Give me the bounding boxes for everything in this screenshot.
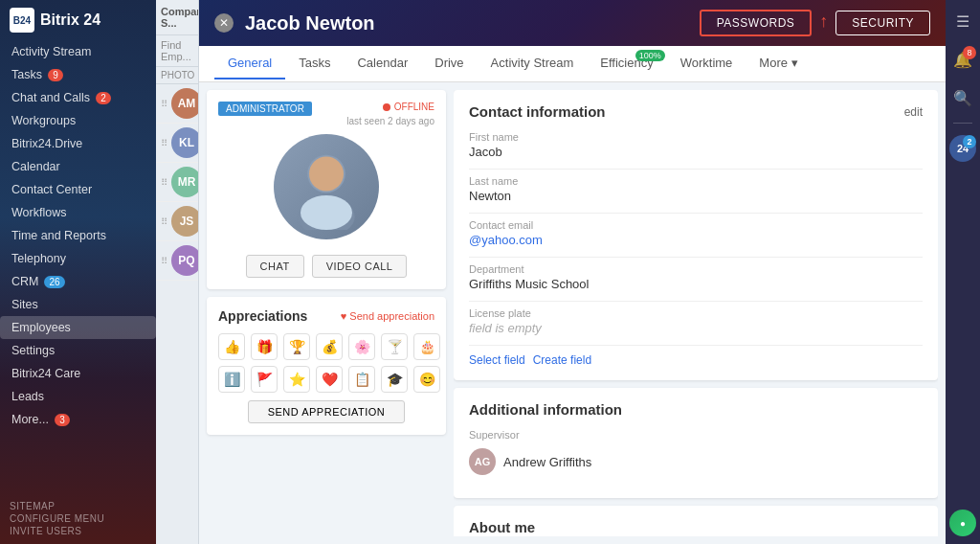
video-call-button[interactable]: VIDEO CALL [312, 255, 408, 278]
svg-point-2 [309, 157, 344, 192]
sidebar-logo[interactable]: B24 Bitrix 24 [0, 0, 156, 40]
field-label: Last name [469, 175, 923, 187]
supervisor-avatar: AG [469, 448, 496, 475]
sidebar-item-workflows[interactable]: Workflows [0, 201, 156, 224]
offline-status: OFFLINE [346, 102, 434, 112]
appreciations-title: Appreciations [218, 308, 307, 324]
field-group: First nameJacob [469, 131, 923, 159]
sidebar-item-calendar[interactable]: Calendar [0, 155, 156, 178]
sidebar-item-label: Tasks [11, 68, 42, 81]
field-value: Jacob [469, 145, 923, 159]
appreciation-icon[interactable]: 😊 [413, 366, 440, 393]
sidebar-item-label: CRM [11, 275, 38, 288]
appreciation-icon[interactable]: 📋 [348, 366, 375, 393]
sidebar-item-workgroups[interactable]: Workgroups [0, 109, 156, 132]
sidebar-item-contact-center[interactable]: Contact Center [0, 178, 156, 201]
appreciation-icon[interactable]: 💰 [316, 333, 343, 360]
passwords-button[interactable]: PASSWORDS [700, 10, 813, 36]
sidebar-logo-text: Bitrix 24 [40, 11, 100, 29]
employee-row[interactable]: ⠿MR [156, 163, 198, 202]
additional-info-title: Additional information [469, 401, 622, 418]
field-actions: Select field Create field [469, 353, 923, 367]
sidebar-item-telephony[interactable]: Telephony [0, 247, 156, 270]
sidebar-menu: Activity StreamTasks9Chat and Calls2Work… [0, 40, 156, 493]
sidebar-item-bitrix24.drive[interactable]: Bitrix24.Drive [0, 132, 156, 155]
sidebar-item-bitrix24-care[interactable]: Bitrix24 Care [0, 362, 156, 385]
sidebar-item-settings[interactable]: Settings [0, 339, 156, 362]
appreciation-icon[interactable]: ❤️ [316, 366, 343, 393]
appreciation-icon[interactable]: 🍸 [381, 333, 408, 360]
employee-avatar: MR [171, 167, 199, 197]
sidebar-item-label: Bitrix24 Care [11, 367, 80, 380]
employee-avatar: PQ [171, 245, 199, 276]
select-field-link[interactable]: Select field [469, 353, 525, 367]
sidebar-bottom-item[interactable]: CONFIGURE MENU [10, 513, 146, 524]
employee-avatar: JS [171, 206, 199, 237]
search-icon[interactable]: 🔍 [949, 84, 976, 111]
tab-drive[interactable]: Drive [421, 48, 477, 79]
tab-more-▾[interactable]: More ▾ [746, 48, 811, 79]
contact-fields: First nameJacobLast nameNewtonContact em… [469, 131, 923, 346]
sidebar-item-label: Telephony [11, 252, 66, 265]
close-button[interactable]: ✕ [214, 13, 234, 33]
sidebar-item-label: Leads [11, 390, 44, 403]
sidebar-item-more...[interactable]: More...3 [0, 408, 156, 431]
send-appreciation-button-area: SEND APPRECIATION [218, 400, 434, 423]
status-dot [383, 103, 390, 111]
field-divider [469, 169, 923, 170]
bell-icon[interactable]: 🔔 8 [949, 46, 976, 73]
appreciation-icons-row: 👍🎁🏆💰🌸🍸🎂 [218, 333, 434, 360]
send-appreciation-button[interactable]: SEND APPRECIATION [248, 400, 406, 423]
appreciation-icon[interactable]: ℹ️ [218, 366, 245, 393]
send-appreciation-link[interactable]: ♥ Send appreciation [341, 310, 434, 322]
create-field-link[interactable]: Create field [533, 353, 591, 367]
sidebar-bottom-item[interactable]: SITEMAP [10, 501, 146, 511]
sidebar-item-tasks[interactable]: Tasks9 [0, 63, 156, 86]
appreciation-icon[interactable]: 🌸 [348, 333, 375, 360]
appreciation-icon[interactable]: 🎂 [413, 333, 440, 360]
sidebar-item-chat-and-calls[interactable]: Chat and Calls2 [0, 86, 156, 109]
tab-efficiency[interactable]: Efficiency100% [587, 48, 666, 79]
sidebar: B24 Bitrix 24 Activity StreamTasks9Chat … [0, 0, 156, 544]
employee-row[interactable]: ⠿PQ [156, 241, 198, 281]
tab-calendar[interactable]: Calendar [344, 48, 421, 79]
sidebar-item-sites[interactable]: Sites [0, 293, 156, 316]
appreciation-icon[interactable]: 👍 [218, 333, 245, 360]
appreciation-icon[interactable]: 🚩 [251, 366, 278, 393]
employee-row[interactable]: ⠿JS [156, 202, 198, 241]
sidebar-item-activity-stream[interactable]: Activity Stream [0, 40, 156, 63]
field-divider [469, 345, 923, 346]
employee-row[interactable]: ⠿AM [156, 84, 198, 124]
field-label: Contact email [469, 219, 923, 231]
sidebar-bottom-item[interactable]: INVITE USERS [10, 526, 146, 536]
field-label: License plate [469, 307, 923, 319]
sidebar-item-employees[interactable]: Employees [0, 316, 156, 339]
field-divider [469, 257, 923, 258]
sidebar-item-label: Time and Reports [11, 229, 106, 242]
appreciation-icon[interactable]: ⭐ [283, 366, 310, 393]
field-label: First name [469, 131, 923, 143]
tab-worktime[interactable]: Worktime [667, 48, 746, 79]
tab-general[interactable]: General [214, 48, 285, 79]
employee-row[interactable]: ⠿KL [156, 124, 198, 163]
tab-activity-stream[interactable]: Activity Stream [478, 48, 588, 79]
tab-tasks[interactable]: Tasks [285, 48, 344, 79]
about-me-header: About me [469, 519, 923, 535]
admin-badge: ADMINISTRATOR [218, 102, 312, 116]
user-avatar-icon[interactable]: ● [949, 510, 976, 536]
offline-text: OFFLINE [394, 102, 434, 112]
appreciation-icon[interactable]: 🎁 [251, 333, 278, 360]
bell-badge: 8 [963, 46, 976, 59]
sidebar-item-time-and-reports[interactable]: Time and Reports [0, 224, 156, 247]
bitrix24-icon[interactable]: 24 2 [949, 135, 976, 162]
field-divider [469, 213, 923, 214]
security-button[interactable]: SECURITY [835, 11, 930, 35]
profile-header: ✕ Jacob Newton PASSWORDS ↑ SECURITY [199, 0, 946, 46]
edit-link[interactable]: edit [904, 105, 923, 119]
appreciation-icon[interactable]: 🏆 [283, 333, 310, 360]
sidebar-item-leads[interactable]: Leads [0, 385, 156, 408]
chat-button[interactable]: CHAT [246, 255, 304, 278]
sidebar-item-crm[interactable]: CRM26 [0, 270, 156, 293]
menu-icon[interactable]: ☰ [949, 8, 976, 34]
appreciation-icon[interactable]: 🎓 [381, 366, 408, 393]
